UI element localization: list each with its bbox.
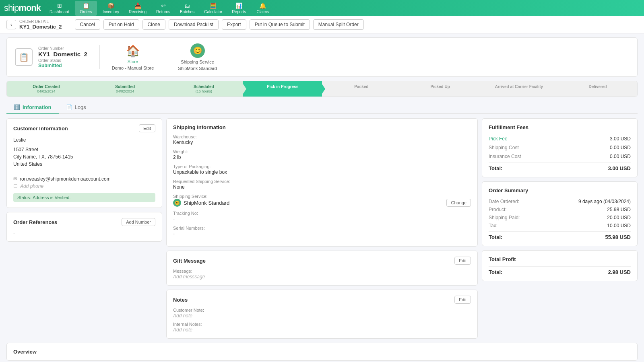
information-tab-label: Information xyxy=(23,104,52,110)
nav-batches[interactable]: 🗂 Batches xyxy=(176,1,198,16)
put-on-hold-button[interactable]: Put on Hold xyxy=(103,19,139,30)
nav-receiving[interactable]: 📥 Receiving xyxy=(125,1,151,16)
weight-value: 2 lb xyxy=(173,154,471,160)
shipping-cost-value: 0.00 USD xyxy=(610,145,631,150)
fulfillment-fees-card: Fulfillment Fees Pick Fee 3.00 USD Shipp… xyxy=(482,118,638,177)
customer-info-edit-button[interactable]: Edit xyxy=(139,124,155,132)
step-packed: Packed xyxy=(322,81,401,97)
fulfillment-total-row: Total: 3.00 USD xyxy=(489,162,631,171)
fulfillment-fees-header: Fulfillment Fees xyxy=(489,124,631,130)
add-number-button[interactable]: Add Number xyxy=(122,218,155,226)
breadcrumb-top: ORDER DETAIL xyxy=(19,19,66,24)
customer-address: 1507 Street City Name, TX, 78756-1415 Un… xyxy=(13,146,155,168)
shipping-paid-label: Shipping Paid: xyxy=(489,215,520,220)
tab-information[interactable]: ℹ️ Information xyxy=(6,101,59,114)
gift-message-header: Gift Message Edit xyxy=(173,257,471,265)
shipping-service-icon: 😊 xyxy=(190,43,205,58)
step-pick-in-progress: Pick in Progress xyxy=(243,81,322,97)
tax-row: Tax: 10.00 USD xyxy=(489,222,631,230)
reports-icon: 📊 xyxy=(235,2,242,9)
customer-email-row: ✉ ron.weasley@shipmonkdemoaccount.com xyxy=(13,176,155,182)
store-info: 🏠 Store Demo - Manual Store xyxy=(112,44,154,70)
shipping-service-val-row: 😊 ShipMonk Standard Change xyxy=(173,199,471,207)
step-scheduled: Scheduled (15 hours) xyxy=(165,81,244,97)
product-label: Product: xyxy=(489,207,507,212)
customer-info-title: Customer Information xyxy=(13,125,68,132)
export-button[interactable]: Export xyxy=(222,19,246,30)
tax-value: 10.00 USD xyxy=(607,223,631,228)
serial-row: Serial Numbers: - xyxy=(173,226,471,237)
tracking-value: - xyxy=(173,216,471,222)
shipping-info-card: Shipping Information Warehouse: Kentucky… xyxy=(166,118,478,247)
notes-edit-button[interactable]: Edit xyxy=(454,296,471,304)
tabs-section: ℹ️ Information 📄 Logs xyxy=(6,101,638,114)
content-grid: Customer Information Edit Leslie 1507 St… xyxy=(0,114,644,343)
total-profit-card: Total Profit Total: 2.98 USD xyxy=(482,250,638,281)
nav-calculator[interactable]: 🧮 Calculator xyxy=(200,1,226,16)
customer-info-header: Customer Information Edit xyxy=(13,124,155,132)
download-packlist-button[interactable]: Download Packlist xyxy=(169,19,219,30)
middle-column: Shipping Information Warehouse: Kentucky… xyxy=(166,118,478,339)
shipping-service-row: Shipping Service: 😊 ShipMonk Standard Ch… xyxy=(173,194,471,207)
requested-service-value: None xyxy=(173,184,471,190)
put-in-queue-button[interactable]: Put in Queue to Submit xyxy=(250,19,310,30)
shipping-service-val: 😊 ShipMonk Standard xyxy=(173,199,229,207)
warehouse-row: Warehouse: Kentucky xyxy=(173,134,471,145)
gift-message-edit-button[interactable]: Edit xyxy=(454,257,471,265)
claims-icon: 🔔 xyxy=(259,2,266,9)
overview-title: Overview xyxy=(13,349,37,355)
nav-returns[interactable]: ↩ Returns xyxy=(152,1,174,16)
add-phone-label: Add phone xyxy=(20,183,43,189)
nav-inventory[interactable]: 📦 Inventory xyxy=(99,1,123,16)
packaging-value: Unpackable to single box xyxy=(173,169,471,175)
clone-button[interactable]: Clone xyxy=(142,19,165,30)
nav-orders[interactable]: 📋 Orders xyxy=(75,1,97,16)
action-bar: ‹ ORDER DETAIL KY1_Domestic_2 Cancel Put… xyxy=(0,16,644,33)
back-button[interactable]: ‹ xyxy=(6,20,16,29)
shipping-paid-row: Shipping Paid: 20.00 USD xyxy=(489,214,631,222)
customer-name: Leslie xyxy=(13,136,155,144)
information-tab-icon: ℹ️ xyxy=(14,104,20,110)
shipping-info-title: Shipping Information xyxy=(173,124,226,130)
fulfillment-total-label: Total: xyxy=(489,165,502,171)
insurance-cost-value: 0.00 USD xyxy=(610,154,631,159)
shipping-cost-label: Shipping Cost xyxy=(489,145,519,150)
batches-icon: 🗂 xyxy=(184,2,190,9)
dashboard-icon: ⊞ xyxy=(57,2,62,9)
progress-section: Order Created 04/02/2024 Submitted 04/02… xyxy=(6,81,638,97)
manual-split-order-button[interactable]: Manual Split Order xyxy=(313,19,364,30)
tax-label: Tax: xyxy=(489,223,497,228)
date-ordered-value: 9 days ago (04/03/2024) xyxy=(578,199,631,204)
requested-service-label: Requested Shipping Service: xyxy=(173,179,471,184)
order-status-value: Submitted xyxy=(38,63,87,68)
logs-tab-label: Logs xyxy=(75,104,86,110)
insurance-cost-row: Insurance Cost 0.00 USD xyxy=(489,152,631,161)
product-value: 25.98 USD xyxy=(607,207,631,212)
pick-fee-label: Pick Fee xyxy=(489,136,508,142)
shipping-info-header: Shipping Information xyxy=(173,124,471,130)
order-summary-header: Order Summary xyxy=(489,187,631,193)
status-value: Address is Verified. xyxy=(33,195,70,200)
fulfillment-total-value: 3.00 USD xyxy=(608,165,631,171)
change-shipping-button[interactable]: Change xyxy=(446,199,471,207)
internal-notes-label: Internal Notes: xyxy=(173,322,471,327)
message-value: Add messsage xyxy=(173,274,471,280)
tab-logs[interactable]: 📄 Logs xyxy=(59,101,93,114)
serial-label: Serial Numbers: xyxy=(173,226,471,230)
product-row: Product: 25.98 USD xyxy=(489,206,631,214)
calculator-icon: 🧮 xyxy=(210,2,217,9)
order-icon: 📋 xyxy=(15,48,33,66)
nav-reports[interactable]: 📊 Reports xyxy=(228,1,250,16)
progress-steps: Order Created 04/02/2024 Submitted 04/02… xyxy=(7,81,637,97)
order-references-card: Order References Add Number - xyxy=(6,212,162,242)
nav-dashboard[interactable]: ⊞ Dashboard xyxy=(45,1,73,16)
step-arrived-carrier: Arrived at Carrier Facility xyxy=(480,81,559,97)
order-summary-card: Order Summary Date Ordered: 9 days ago (… xyxy=(482,181,638,246)
overview-section: Overview xyxy=(6,343,638,361)
step-submitted: Submitted 04/02/2024 xyxy=(86,81,165,97)
order-summary-total-row: Total: 55.98 USD xyxy=(489,231,631,240)
nav-claims[interactable]: 🔔 Claims xyxy=(252,1,274,16)
cancel-button[interactable]: Cancel xyxy=(75,19,100,30)
logo[interactable]: shipmonk xyxy=(4,3,41,13)
order-number-value: KY1_Domestic_2 xyxy=(38,51,87,58)
